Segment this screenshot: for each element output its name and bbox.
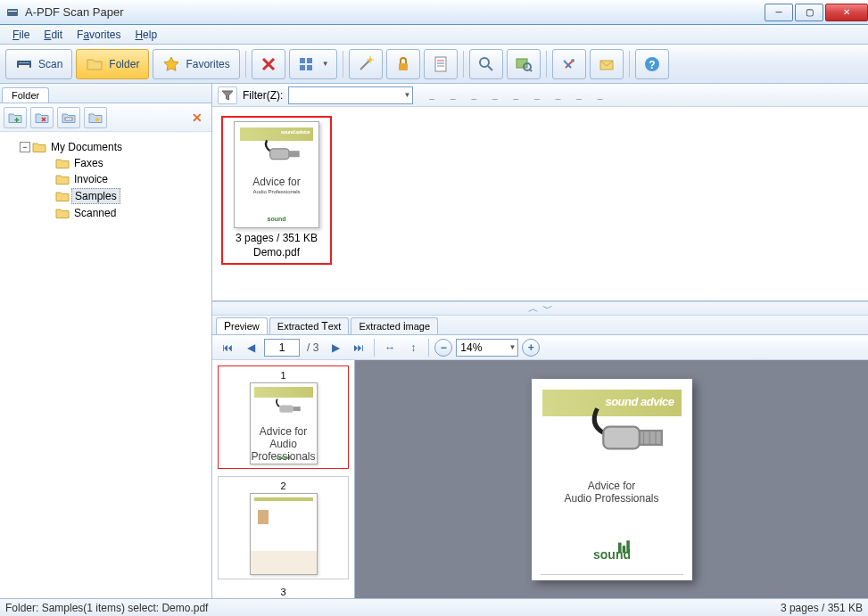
tree-label-root: My Documents	[48, 140, 125, 154]
zoom-combo[interactable]: 14% ▼	[456, 339, 518, 357]
close-panel-button[interactable]: ✕	[186, 111, 208, 125]
svg-rect-6	[307, 58, 312, 63]
fit-width-button[interactable]: ↔	[380, 338, 400, 357]
image-search-button[interactable]	[507, 49, 541, 79]
window-title: A-PDF Scan Paper	[25, 5, 124, 19]
zoom-out-button[interactable]: −	[434, 339, 452, 357]
tab-extracted-image[interactable]: Extracted image	[351, 317, 438, 334]
main-area: Folder ✕ − My Documents	[0, 84, 868, 598]
page-number-input[interactable]	[264, 339, 300, 357]
add-folder-button[interactable]	[4, 107, 27, 128]
toolbar-separator	[245, 51, 246, 78]
menu-edit[interactable]: Edit	[37, 27, 70, 43]
view-mode-button[interactable]: ▼	[289, 49, 337, 79]
chevron-up-icon: ︿	[528, 301, 539, 316]
grid-view-icon	[297, 55, 315, 73]
app-icon	[5, 5, 20, 20]
filter-combo[interactable]: ▼	[288, 86, 413, 104]
remove-folder-button[interactable]	[30, 107, 54, 128]
favorite-folder-button[interactable]	[84, 107, 107, 128]
scanner-icon	[15, 55, 33, 73]
document-grid[interactable]: sound advice Advice for Audio Profession…	[212, 107, 868, 301]
properties-button[interactable]	[424, 49, 458, 79]
page-thumb-1[interactable]: 1 Advice for Audio Professionals sound	[218, 365, 349, 469]
scan-label: Scan	[38, 58, 62, 70]
svg-line-19	[530, 70, 532, 71]
help-button[interactable]: ?	[635, 49, 669, 79]
toolbar-separator	[546, 51, 547, 78]
svg-rect-3	[19, 62, 29, 63]
tab-extracted-text[interactable]: Extracted Text	[269, 317, 350, 334]
preview-page: sound advice Advice for Audio Profession…	[532, 379, 692, 580]
total-pages: / 3	[307, 341, 318, 354]
folder-label: Folder	[109, 58, 139, 70]
preview-toolbar: ⏮ ◀ / 3 ▶ ⏭ ↔ ↕ − 14% ▼ +	[212, 335, 868, 360]
fit-height-button[interactable]: ↕	[403, 338, 423, 357]
svg-rect-8	[307, 65, 312, 70]
search-button[interactable]	[469, 49, 503, 79]
favorites-button[interactable]: Favorites	[153, 49, 239, 79]
main-preview[interactable]: sound advice Advice for Audio Profession…	[355, 360, 868, 598]
filter-icon	[221, 89, 234, 102]
folder-icon	[86, 55, 103, 73]
zoom-in-button[interactable]: +	[522, 339, 540, 357]
menu-file[interactable]: File	[5, 27, 37, 43]
page-thumbnail-strip[interactable]: 1 Advice for Audio Professionals sound 2	[212, 360, 355, 598]
folder-button[interactable]: Folder	[76, 49, 149, 79]
last-page-button[interactable]: ⏭	[349, 338, 368, 357]
email-button[interactable]	[590, 49, 624, 79]
tree-node-root[interactable]: − My Documents	[7, 139, 204, 155]
connector-graphic	[260, 138, 306, 169]
folder-icon	[55, 190, 70, 202]
page-thumb-3[interactable]: 3	[218, 587, 349, 598]
page-thumb-2[interactable]: 2	[218, 476, 349, 579]
folder-open-icon	[32, 141, 46, 153]
settings-button[interactable]	[552, 49, 586, 79]
folder-panel: Folder ✕ − My Documents	[0, 84, 212, 598]
status-left: Folder: Samples(1 items) select: Demo.pd…	[5, 602, 208, 614]
svg-text:?: ?	[649, 59, 655, 71]
tree-node[interactable]: Scanned	[7, 205, 204, 221]
tree-label: Invoice	[71, 172, 111, 186]
delete-x-icon	[260, 55, 277, 73]
next-page-button[interactable]: ▶	[326, 338, 345, 357]
menu-help[interactable]: Help	[128, 27, 164, 43]
delete-button[interactable]	[252, 49, 285, 79]
minimize-button[interactable]: ─	[765, 4, 793, 21]
close-button[interactable]: ✕	[825, 4, 868, 21]
svg-rect-26	[65, 118, 72, 120]
tree-expander-icon[interactable]: −	[20, 142, 30, 152]
tree-node[interactable]: Faxes	[7, 155, 204, 171]
window-controls: ─ ▢ ✕	[763, 4, 868, 21]
folder-edit-icon	[62, 111, 76, 124]
prev-page-button[interactable]: ◀	[241, 338, 260, 357]
tree-node[interactable]: Samples	[7, 187, 204, 205]
chevron-down-icon: ▼	[508, 343, 517, 351]
image-search-icon	[515, 55, 533, 73]
lock-button[interactable]	[386, 49, 420, 79]
rename-folder-button[interactable]	[57, 107, 80, 128]
status-right: 3 pages / 351 KB	[781, 602, 863, 614]
menu-favorites[interactable]: Favorites	[70, 27, 128, 43]
document-thumbnail[interactable]: sound advice Advice for Audio Profession…	[221, 116, 332, 265]
tab-preview[interactable]: Preview	[216, 317, 268, 334]
first-page-button[interactable]: ⏮	[218, 338, 237, 357]
svg-rect-31	[603, 427, 640, 449]
tree-node[interactable]: Invoice	[7, 171, 204, 187]
toolbar-separator	[343, 51, 343, 78]
ocr-button[interactable]	[349, 49, 383, 79]
folder-tab[interactable]: Folder	[2, 87, 49, 103]
svg-rect-10	[399, 63, 408, 70]
folder-tab-row: Folder	[0, 84, 211, 103]
menu-bar: File Edit Favorites Help	[0, 25, 868, 45]
maximize-button[interactable]: ▢	[795, 4, 823, 21]
svg-rect-25	[14, 119, 19, 120]
svg-rect-32	[640, 431, 662, 445]
document-info: 3 pages / 351 KB Demo.pdf	[236, 232, 318, 259]
svg-rect-27	[270, 148, 289, 159]
folder-tree[interactable]: − My Documents Faxes Invoice Samples	[0, 132, 211, 598]
horizontal-splitter[interactable]: ︿ ﹀	[212, 301, 868, 316]
filter-icon-button[interactable]	[218, 86, 237, 104]
scan-button[interactable]: Scan	[5, 49, 72, 79]
toolbar-separator	[629, 51, 630, 78]
